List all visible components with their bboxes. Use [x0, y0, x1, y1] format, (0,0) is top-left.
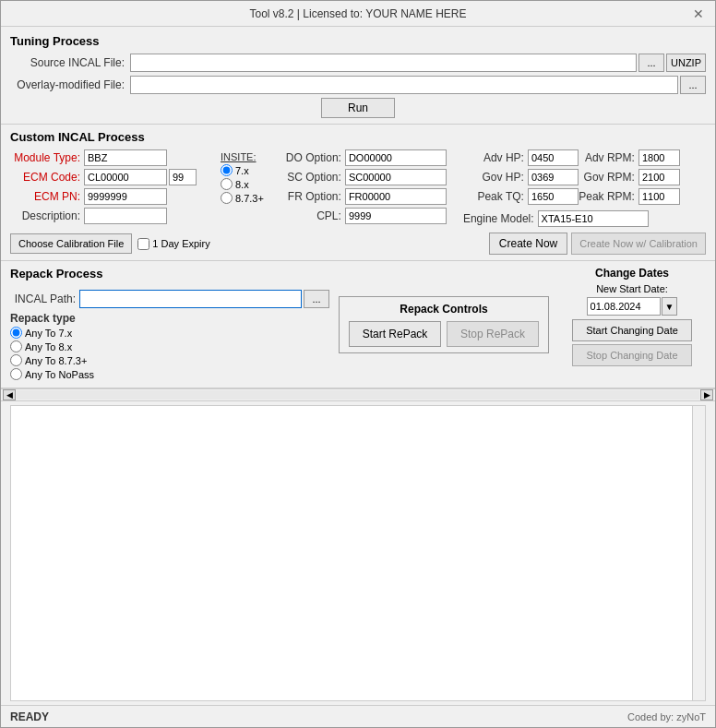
- source-incal-row: Source INCAL File: ... UNZIP: [10, 54, 706, 72]
- start-changing-date-button[interactable]: Start Changing Date: [572, 319, 692, 341]
- create-now-button[interactable]: Create Now: [489, 233, 567, 255]
- repack-buttons-group: Start RePack Stop RePack: [349, 321, 539, 347]
- incal-path-label: INCAL Path:: [10, 292, 79, 305]
- repack-type-group: Repack type Any To 7.x Any To 8.x Any To…: [10, 312, 329, 382]
- repack-controls-title: Repack Controls: [400, 303, 487, 316]
- unzip-button[interactable]: UNZIP: [666, 54, 706, 72]
- vertical-scrollbar[interactable]: [692, 406, 705, 700]
- fr-option-input[interactable]: [345, 188, 447, 205]
- scroll-right-button[interactable]: ▶: [700, 389, 713, 400]
- one-day-expiry-label[interactable]: 1 Day Expiry: [137, 238, 209, 250]
- module-type-label: Module Type:: [10, 151, 84, 164]
- description-input[interactable]: [84, 208, 167, 224]
- repack-type-nopass-label[interactable]: Any To NoPass: [10, 368, 329, 380]
- scroll-track[interactable]: [17, 390, 699, 400]
- date-picker-button[interactable]: ▼: [662, 297, 678, 316]
- radio-873[interactable]: [221, 192, 233, 204]
- status-bar: READY Coded by: zyNoT: [1, 705, 715, 727]
- change-dates-section: Change Dates New Start Date: ▼ Start Cha…: [558, 267, 706, 382]
- gov-rpm-label: Gov RPM:: [579, 171, 638, 184]
- source-incal-input[interactable]: [130, 54, 637, 72]
- fr-option-row: FR Option:: [280, 188, 447, 205]
- date-input[interactable]: [587, 297, 661, 316]
- horizontal-scrollbar[interactable]: ◀ ▶: [1, 388, 715, 401]
- repack-type-label: Repack type: [10, 312, 329, 325]
- calendar-icon: ▼: [665, 302, 674, 312]
- peak-tq-row: Peak TQ: Peak RPM:: [463, 188, 680, 205]
- overlay-input[interactable]: [130, 76, 678, 94]
- repack-type-7x-radio[interactable]: [10, 327, 22, 339]
- adv-rpm-input[interactable]: [638, 149, 680, 166]
- adv-rpm-label: Adv RPM:: [579, 151, 638, 164]
- insite-label: INSITE:: [221, 151, 264, 162]
- ecm-code-row: ECM Code:: [10, 169, 204, 185]
- main-window: Tool v8.2 | Licensed to: YOUR NAME HERE …: [0, 0, 716, 728]
- overlay-row: Overlay-modified File: ...: [10, 76, 706, 94]
- engine-model-input[interactable]: [538, 210, 649, 227]
- peak-tq-label: Peak TQ:: [463, 190, 528, 203]
- repack-type-8x-label[interactable]: Any To 8.x: [10, 340, 329, 352]
- incal-path-browse-button[interactable]: ...: [304, 290, 329, 308]
- one-day-expiry-text: 1 Day Expiry: [152, 238, 209, 249]
- incal-right-col: Adv HP: Adv RPM: Gov HP: Gov RPM: Peak T…: [463, 149, 680, 227]
- repack-type-873-radio[interactable]: [10, 354, 22, 366]
- incal-path-input[interactable]: [79, 290, 302, 308]
- gov-hp-label: Gov HP:: [463, 171, 528, 184]
- gov-rpm-input[interactable]: [638, 169, 680, 185]
- source-incal-label: Source INCAL File:: [10, 56, 130, 69]
- radio-7x-label[interactable]: 7.x: [221, 164, 264, 176]
- repack-type-873-text: Any To 8.7.3+: [25, 355, 87, 366]
- peak-tq-input[interactable]: [528, 188, 579, 205]
- peak-rpm-label: Peak RPM:: [579, 190, 638, 203]
- do-option-input[interactable]: [345, 149, 447, 166]
- ecm-code-input[interactable]: [84, 169, 167, 185]
- radio-8x[interactable]: [221, 178, 233, 190]
- adv-hp-input[interactable]: [528, 149, 579, 166]
- close-button[interactable]: ✕: [689, 5, 708, 23]
- tuning-section: Tuning Process Source INCAL File: ... UN…: [1, 27, 715, 125]
- ecm-code-label: ECM Code:: [10, 171, 84, 184]
- repack-section-header: Repack Process: [10, 267, 329, 280]
- overlay-browse-button[interactable]: ...: [680, 76, 706, 94]
- description-label: Description:: [10, 209, 84, 222]
- stop-repack-button: Stop RePack: [447, 321, 539, 347]
- repack-type-873-label[interactable]: Any To 8.7.3+: [10, 354, 329, 366]
- scroll-left-button[interactable]: ◀: [3, 389, 16, 400]
- date-row: ▼: [587, 297, 678, 316]
- new-start-date-label: New Start Date:: [596, 283, 668, 294]
- repack-type-nopass-text: Any To NoPass: [25, 369, 94, 380]
- cpl-input[interactable]: [345, 208, 447, 224]
- incal-grid: Module Type: ECM Code: ECM PN: Descripti…: [10, 149, 706, 227]
- description-row: Description:: [10, 208, 204, 224]
- cpl-row: CPL:: [280, 208, 447, 224]
- repack-type-nopass-radio[interactable]: [10, 368, 22, 380]
- gov-hp-input[interactable]: [528, 169, 579, 185]
- radio-7x-text: 7.x: [235, 165, 249, 176]
- adv-hp-label: Adv HP:: [463, 151, 528, 164]
- peak-rpm-input[interactable]: [638, 188, 680, 205]
- coded-by-text: Coded by: zyNoT: [627, 711, 706, 722]
- radio-873-label[interactable]: 8.7.3+: [221, 192, 264, 204]
- status-text: READY: [10, 710, 49, 723]
- insite-group: INSITE: 7.x 8.x 8.7.3+: [221, 151, 264, 227]
- run-button[interactable]: Run: [321, 98, 395, 118]
- do-option-row: DO Option:: [280, 149, 447, 166]
- main-content: Tuning Process Source INCAL File: ... UN…: [1, 27, 715, 727]
- repack-type-8x-radio[interactable]: [10, 340, 22, 352]
- module-type-row: Module Type:: [10, 149, 204, 166]
- gov-hp-row: Gov HP: Gov RPM:: [463, 169, 680, 185]
- module-type-input[interactable]: [84, 149, 167, 166]
- output-area: [10, 405, 706, 701]
- radio-8x-label[interactable]: 8.x: [221, 178, 264, 190]
- one-day-expiry-checkbox[interactable]: [137, 238, 149, 250]
- repack-left-col: Repack Process INCAL Path: ... Repack ty…: [10, 267, 329, 382]
- radio-7x[interactable]: [221, 164, 233, 176]
- sc-option-input[interactable]: [345, 169, 447, 185]
- ecm-pn-input[interactable]: [84, 188, 167, 205]
- repack-type-7x-label[interactable]: Any To 7.x: [10, 327, 329, 339]
- engine-model-label: Engine Model:: [463, 212, 538, 225]
- source-incal-browse-button[interactable]: ...: [638, 54, 664, 72]
- start-repack-button[interactable]: Start RePack: [349, 321, 441, 347]
- ecm-code-suffix-input[interactable]: [169, 169, 197, 185]
- choose-calibration-button[interactable]: Choose Calibration File: [10, 233, 132, 254]
